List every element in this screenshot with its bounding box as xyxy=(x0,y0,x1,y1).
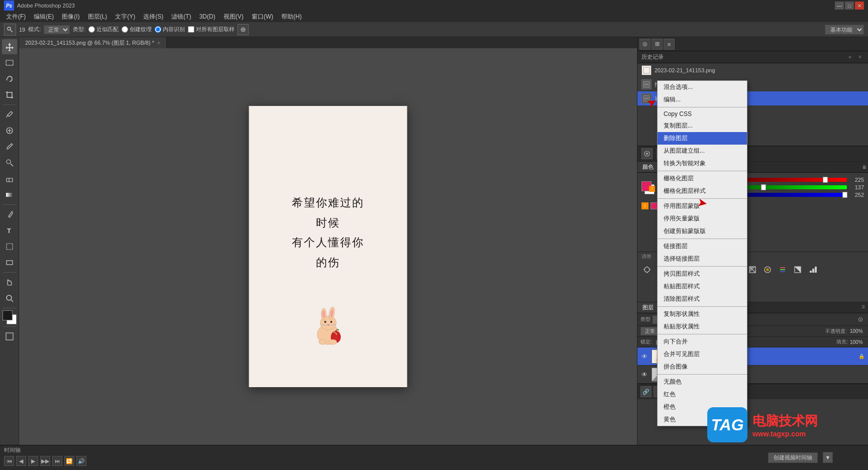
adj-photofilter[interactable] xyxy=(762,264,773,275)
adj-invert[interactable] xyxy=(792,264,803,275)
adj-bw[interactable] xyxy=(747,264,758,275)
ctx-orange[interactable]: 橙色 xyxy=(658,401,747,413)
ctx-duplicate[interactable]: 复制图层... xyxy=(658,120,747,132)
ctx-paste-style[interactable]: 粘贴图层样式 xyxy=(658,280,747,293)
color-swatches[interactable] xyxy=(3,310,17,324)
menu-image[interactable]: 图像(I) xyxy=(58,12,83,22)
b-thumb[interactable] xyxy=(842,192,847,198)
menu-file[interactable]: 文件(F) xyxy=(2,12,30,22)
history-item-0[interactable]: 2023-02-21_141153.png xyxy=(637,63,868,77)
history-close-btn[interactable]: × xyxy=(856,53,864,61)
ctx-delete[interactable]: 删除图层 xyxy=(658,132,747,145)
ctx-red[interactable]: 红色 xyxy=(658,388,747,401)
tl-next-btn[interactable]: ▶▶ xyxy=(40,456,50,466)
ctx-clipping-mask[interactable]: 创建剪贴蒙版版 xyxy=(658,225,747,238)
ctx-merge-visible[interactable]: 合并可见图层 xyxy=(658,348,747,361)
radio-content[interactable]: 内容识别 xyxy=(155,26,185,33)
panel-icon-1[interactable]: ◎ xyxy=(639,39,650,50)
tool-pen[interactable] xyxy=(2,207,17,222)
tool-text[interactable]: T xyxy=(2,223,17,238)
adj-channelmix[interactable] xyxy=(777,264,788,275)
tool-eyedropper[interactable] xyxy=(2,107,17,122)
web-safe-box[interactable] xyxy=(650,202,658,209)
tab-color[interactable]: 颜色 xyxy=(637,162,659,172)
tool-crop[interactable] xyxy=(2,87,17,102)
ctx-rasterize[interactable]: 栅格化图层 xyxy=(658,172,747,185)
tool-options-icon[interactable] xyxy=(4,24,16,36)
ctx-blend-options[interactable]: 混合选项... xyxy=(658,81,747,93)
tool-eraser[interactable] xyxy=(2,171,17,186)
maximize-button[interactable]: □ xyxy=(845,2,854,10)
ctx-paste-shape[interactable]: 粘贴形状属性 xyxy=(658,320,747,333)
tool-marquee[interactable] xyxy=(2,55,17,70)
ctx-copy-style[interactable]: 拷贝图层样式 xyxy=(658,268,747,280)
ctx-copy-shape[interactable]: 复制形状属性 xyxy=(658,308,747,320)
tl-prev-btn[interactable]: ◀ xyxy=(16,456,26,466)
ctx-rasterize-style[interactable]: 栅格化图层样式 xyxy=(658,185,747,197)
ctx-clear-style[interactable]: 清除图层样式 xyxy=(658,293,747,305)
history-snapshot-btn[interactable] xyxy=(641,148,653,159)
menu-edit[interactable]: 编辑(E) xyxy=(30,12,58,22)
ctx-link-layers[interactable]: 链接图层 xyxy=(658,240,747,253)
color-swatches-display[interactable]: ! xyxy=(641,181,656,195)
color-panel-menu[interactable]: ≡ xyxy=(860,162,868,172)
tool-clone[interactable] xyxy=(2,155,17,170)
document-tab[interactable]: 2023-02-21_141153.png @ 66.7% (图层 1, RGB… xyxy=(19,37,167,48)
panel-icon-3[interactable]: ≡ xyxy=(664,39,675,50)
ctx-flatten[interactable]: 拼合图像 xyxy=(658,361,747,373)
minimize-button[interactable]: — xyxy=(835,2,844,10)
tl-loop-btn[interactable]: 🔁 xyxy=(64,456,74,466)
radio-approx[interactable]: 近似匹配 xyxy=(88,26,119,33)
create-video-timeline-btn[interactable]: 创建视频时间轴 xyxy=(768,452,818,463)
layer-link-btn[interactable]: 🔗 xyxy=(640,386,652,397)
menu-view[interactable]: 视图(V) xyxy=(220,12,248,22)
ctx-select-linked[interactable]: 选择链接图层 xyxy=(658,253,747,265)
panel-icon-2[interactable]: ⊞ xyxy=(652,39,663,50)
ctx-group[interactable]: 从图层建立组... xyxy=(658,145,747,157)
menu-window[interactable]: 窗口(W) xyxy=(248,12,277,22)
gamut-warn-icon[interactable]: ! xyxy=(641,202,648,209)
tool-lasso[interactable] xyxy=(2,71,17,86)
tl-play-btn[interactable]: ▶ xyxy=(28,456,38,466)
checkbox-all-layers[interactable]: 对所有图层取样 xyxy=(188,26,235,33)
ctx-yellow[interactable]: 黄色 xyxy=(658,413,747,426)
options-extra-btn[interactable] xyxy=(238,24,249,35)
adj-posterize[interactable] xyxy=(807,264,818,275)
menu-text[interactable]: 文字(Y) xyxy=(111,12,139,22)
ctx-edit[interactable]: 编辑... xyxy=(658,93,747,106)
radio-texture[interactable]: 创建纹理 xyxy=(122,26,152,33)
ctx-disable-mask[interactable]: 停用图层蒙版 xyxy=(658,200,747,212)
foreground-color[interactable] xyxy=(3,310,13,320)
tab-layers[interactable]: 图层 xyxy=(637,302,659,313)
fg-color-box[interactable]: ! xyxy=(641,181,652,191)
layer-eye-1[interactable]: 👁 xyxy=(640,371,648,379)
menu-layer[interactable]: 图层(L) xyxy=(84,12,112,22)
ctx-disable-vec-mask[interactable]: 停用矢量蒙版 xyxy=(658,212,747,225)
ctx-no-color[interactable]: 无颜色 xyxy=(658,376,747,388)
ctx-copy-css[interactable]: Copy CSS xyxy=(658,108,747,120)
create-timeline-dropdown[interactable]: ▼ xyxy=(823,452,833,463)
menu-3d[interactable]: 3D(D) xyxy=(195,12,220,21)
filter-toggle[interactable]: ⊙ xyxy=(856,315,865,324)
menu-select[interactable]: 选择(S) xyxy=(139,12,167,22)
layer-eye-0[interactable]: 👁 xyxy=(640,352,648,361)
menu-help[interactable]: 帮助(H) xyxy=(277,12,306,22)
tool-shape[interactable] xyxy=(2,255,17,270)
tool-hand[interactable] xyxy=(2,275,17,290)
tool-zoom[interactable] xyxy=(2,291,17,306)
menu-filter[interactable]: 滤镜(T) xyxy=(167,12,195,22)
layers-panel-menu[interactable]: ≡ xyxy=(858,302,868,313)
tl-last-btn[interactable]: ⏭ xyxy=(52,456,62,466)
ctx-smart-obj[interactable]: 转换为智能对象 xyxy=(658,157,747,170)
tl-audio-btn[interactable]: 🔊 xyxy=(76,456,86,466)
tool-brush[interactable] xyxy=(2,139,17,154)
ctx-merge-down[interactable]: 向下合并 xyxy=(658,335,747,348)
workspace-select[interactable]: 基本功能 xyxy=(825,25,864,35)
tool-screen-mode[interactable] xyxy=(2,329,17,344)
r-thumb[interactable] xyxy=(823,177,828,183)
history-expand-btn[interactable]: » xyxy=(846,53,854,61)
g-thumb[interactable] xyxy=(761,184,766,190)
tool-gradient[interactable] xyxy=(2,187,17,202)
tool-heal[interactable] xyxy=(2,123,17,138)
tool-move[interactable] xyxy=(2,39,17,54)
